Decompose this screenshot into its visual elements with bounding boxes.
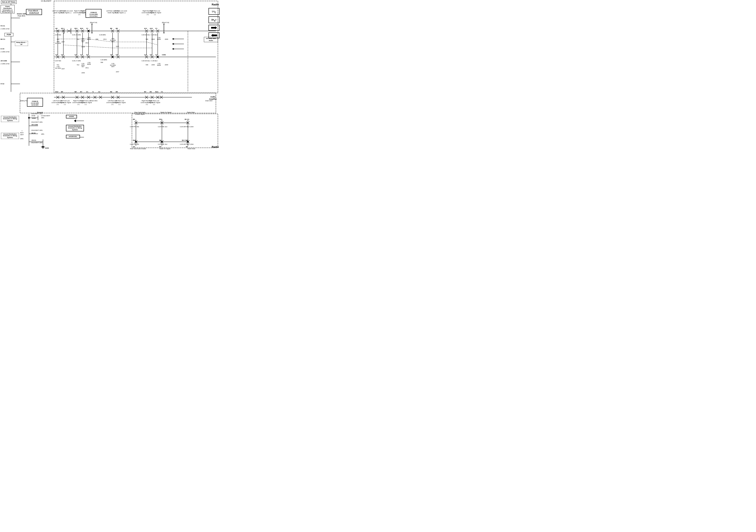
svg-line-45 <box>117 56 120 58</box>
b9-bot-label: B9 <box>61 91 63 93</box>
bare-top: 0.35BARE <box>86 37 93 40</box>
legend-arrow-left <box>208 32 220 38</box>
a11-label: A11 <box>144 28 147 30</box>
svg-line-51 <box>156 56 159 58</box>
2011-top: 2011 <box>84 42 91 44</box>
1546-bot: 1546 <box>80 72 87 74</box>
b8-bot-label: B8 <box>74 91 77 93</box>
dk-grn-wht-bot: 0.35DK GRN/WHT <box>108 63 118 67</box>
blunt-cut-1: (Blunt Cut) <box>90 22 97 23</box>
svg-rect-130 <box>132 114 218 148</box>
svg-marker-152 <box>211 34 217 37</box>
c2-bot-label: C2 <box>98 91 100 93</box>
svg-point-116 <box>28 117 30 119</box>
c1-bot2-label: C1 <box>161 91 163 93</box>
svg-line-104 <box>145 96 148 99</box>
lr-low-neg-bot: Left Rear Low Level Audio Signal (–) <box>113 100 126 105</box>
svg-line-44 <box>111 56 114 58</box>
svg-marker-151 <box>211 26 217 29</box>
svg-line-99 <box>99 96 102 99</box>
diagram-container: Hot at All Times Power Distribution Sche… <box>0 0 220 150</box>
svg-line-17 <box>75 30 78 32</box>
c2-label: C2 <box>55 54 57 56</box>
tan-511-top: 0.35 TAN <box>54 34 62 36</box>
svg-line-14 <box>56 30 59 32</box>
c1-bot-label: C1 <box>86 91 88 93</box>
1-blk-wht: 1BLK/WHT <box>18 130 26 136</box>
svg-line-20 <box>81 30 84 32</box>
w-u2k-u2l-box: w/U2K/U2L <box>66 135 80 139</box>
rear-seat-audio-bot: Rear Seat Audio Enable Signal <box>129 148 147 150</box>
svg-line-96 <box>94 96 96 99</box>
pnk-314-top: 0.35 PNK 314 <box>158 126 167 128</box>
a5-c306: A5 C306 <box>1 60 7 62</box>
ground-dist-2: Ground Distribution Schematics in Wiring… <box>1 133 19 139</box>
blk-wht-05a: 0.5 BLK/WHT <box>41 115 50 116</box>
ppl-493-bot: 0.35 PPL 493 <box>130 143 139 145</box>
svg-line-95 <box>87 96 90 99</box>
svg-line-109 <box>156 96 159 99</box>
b1-c1-label: B1 C1 <box>185 118 189 120</box>
svg-line-106 <box>151 96 153 99</box>
546-bot: 546 <box>144 64 150 66</box>
g203: G203 <box>45 147 49 149</box>
svg-line-13 <box>56 30 59 32</box>
svg-line-18 <box>75 30 78 32</box>
blk-1946-top: 0.35 BLK <box>150 34 159 36</box>
b11-label: B11 <box>74 28 78 30</box>
power-dist-label: Power Distribution Schematics In Wiring … <box>1 5 14 13</box>
fuse-block-label: Fuse Block – Underhood <box>26 9 42 15</box>
legend-loc: LOC <box>208 8 220 15</box>
svg-line-32 <box>156 30 159 32</box>
svg-line-40 <box>81 56 84 58</box>
svg-line-108 <box>156 96 159 99</box>
c9-label: C9 <box>116 54 118 56</box>
svg-point-70 <box>112 56 113 58</box>
legend-desc: DESC <box>208 16 220 23</box>
gry-blk-2334-top: 0.35 GRY/BLK 2334 <box>180 126 194 128</box>
a-c2: A C2 <box>32 115 35 117</box>
1851-1: 1851 <box>20 138 24 140</box>
b6-top-label: B6 <box>159 139 161 141</box>
svg-line-50 <box>151 56 153 58</box>
1547-top: 1547 <box>114 45 121 47</box>
bare-bot: 0.35BARE <box>86 62 93 65</box>
svg-line-97 <box>94 96 96 99</box>
c6-label: C6 <box>150 54 152 56</box>
svg-line-52 <box>156 56 159 58</box>
svg-line-110 <box>160 96 163 99</box>
2011b-top: 2011 <box>102 38 108 40</box>
legend-arrow-right <box>208 25 220 31</box>
c306-label: C306 <box>162 54 166 56</box>
blk-wht-1851a: 2 BLK/WHT 1851 <box>31 113 42 114</box>
svg-line-101 <box>111 96 114 99</box>
svg-line-91 <box>75 96 78 99</box>
lt-grn-bot: 0.35 LT GRN <box>72 60 81 62</box>
svg-line-67 <box>63 45 113 48</box>
svg-line-19 <box>81 30 84 32</box>
svg-line-102 <box>117 96 120 99</box>
svg-line-89 <box>62 96 65 99</box>
svg-line-92 <box>81 96 84 99</box>
drain-wire-2: Drain Wire <box>204 100 214 102</box>
conn-id-top: CONN ID C1=24 GRN C2=12 BLK <box>86 9 101 18</box>
svg-line-94 <box>87 96 90 99</box>
f2-c1: F2 C1 <box>1 25 5 27</box>
svg-line-23 <box>111 30 114 32</box>
svg-line-4 <box>67 30 71 32</box>
bare-2099-top: 0.35BARE <box>155 37 163 40</box>
rf-low-neg-bot: Right Front Low Level Audio Signal (–) <box>79 100 92 105</box>
svg-line-88 <box>62 96 65 99</box>
1546-top: 1546 <box>80 46 87 48</box>
a10-label: A10 <box>150 28 153 30</box>
blk-wht-1851c: 2 BLK/WHT 1851 <box>31 129 42 131</box>
svg-line-36 <box>62 56 65 58</box>
b9-label: B9 <box>116 28 118 30</box>
svg-line-29 <box>151 30 153 32</box>
511-top: 511 <box>54 38 62 40</box>
a8-label: A8 <box>55 28 57 30</box>
svg-line-103 <box>117 96 120 99</box>
h-c2: H C2 <box>1 83 4 85</box>
c3-label: C3 <box>61 54 63 56</box>
rr-low-neg-bot: Right Rear Low Level Audio Signal (–) <box>148 100 160 105</box>
